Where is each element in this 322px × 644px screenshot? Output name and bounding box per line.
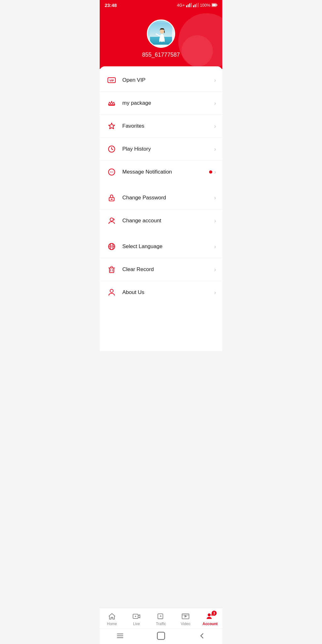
svg-rect-24 bbox=[111, 199, 113, 200]
change-account-item[interactable]: Change account › bbox=[100, 209, 222, 232]
chevron-icon: › bbox=[214, 289, 216, 296]
clock-icon bbox=[106, 143, 117, 155]
svg-point-20 bbox=[110, 172, 111, 172]
about-us-item[interactable]: About Us › bbox=[100, 281, 222, 304]
menu-container: VIP Open VIP › my package › bbox=[100, 66, 222, 351]
battery-icon bbox=[212, 3, 217, 7]
avatar[interactable] bbox=[147, 19, 175, 48]
notification-dot bbox=[209, 170, 212, 174]
svg-rect-3 bbox=[191, 3, 192, 7]
select-language-item[interactable]: Select Language › bbox=[100, 235, 222, 258]
message-icon bbox=[106, 166, 117, 178]
lock-icon bbox=[106, 192, 117, 203]
svg-rect-2 bbox=[189, 3, 190, 7]
open-vip-right: › bbox=[214, 77, 216, 84]
vip-section: VIP Open VIP › my package › bbox=[100, 69, 222, 183]
battery-level: 100% bbox=[200, 3, 210, 8]
svg-rect-6 bbox=[196, 3, 197, 7]
globe-icon bbox=[106, 241, 117, 252]
svg-rect-1 bbox=[188, 4, 189, 7]
chevron-icon: › bbox=[214, 243, 216, 250]
status-bar: 23:48 4G+ 100% bbox=[100, 0, 222, 10]
message-notification-item[interactable]: Message Notification › bbox=[100, 161, 222, 183]
svg-point-21 bbox=[111, 172, 112, 172]
svg-rect-0 bbox=[186, 5, 187, 7]
chevron-icon: › bbox=[214, 195, 216, 201]
account-section: Change Password › Change account › bbox=[100, 186, 222, 232]
chevron-icon: › bbox=[214, 77, 216, 84]
svg-rect-7 bbox=[198, 3, 199, 7]
signal2-icon bbox=[193, 3, 199, 7]
clear-record-item[interactable]: Clear Record › bbox=[100, 258, 222, 281]
clear-record-label: Clear Record bbox=[122, 266, 214, 273]
message-notification-right: › bbox=[209, 169, 216, 175]
svg-point-25 bbox=[110, 218, 113, 221]
favorites-item[interactable]: Favorites › bbox=[100, 115, 222, 138]
open-vip-item[interactable]: VIP Open VIP › bbox=[100, 69, 222, 92]
change-password-right: › bbox=[214, 195, 216, 201]
open-vip-label: Open VIP bbox=[122, 77, 214, 83]
change-account-right: › bbox=[214, 218, 216, 224]
svg-rect-4 bbox=[193, 5, 194, 7]
chevron-icon: › bbox=[214, 169, 216, 175]
network-indicator: 4G+ bbox=[177, 3, 185, 8]
svg-point-33 bbox=[110, 289, 113, 292]
trash-icon bbox=[106, 264, 117, 275]
my-package-right: › bbox=[214, 100, 216, 107]
chevron-icon: › bbox=[214, 146, 216, 153]
user-switch-icon bbox=[106, 215, 117, 226]
svg-point-22 bbox=[113, 172, 113, 172]
play-history-right: › bbox=[214, 146, 216, 153]
star-icon bbox=[106, 120, 117, 132]
crown-icon bbox=[106, 97, 117, 109]
signal-icon bbox=[186, 3, 192, 7]
change-account-label: Change account bbox=[122, 218, 214, 224]
about-us-right: › bbox=[214, 289, 216, 296]
change-password-label: Change Password bbox=[122, 195, 214, 201]
username: 855_61777587 bbox=[142, 52, 180, 58]
select-language-label: Select Language bbox=[122, 243, 214, 250]
favorites-right: › bbox=[214, 123, 216, 130]
change-password-item[interactable]: Change Password › bbox=[100, 186, 222, 209]
vip-icon: VIP bbox=[106, 75, 117, 86]
settings-section: Select Language › Clear Record › bbox=[100, 235, 222, 304]
favorites-label: Favorites bbox=[122, 123, 214, 129]
svg-rect-17 bbox=[108, 105, 115, 106]
my-package-item[interactable]: my package › bbox=[100, 92, 222, 115]
chevron-icon: › bbox=[214, 100, 216, 107]
play-history-item[interactable]: Play History › bbox=[100, 138, 222, 161]
svg-rect-10 bbox=[212, 4, 216, 6]
clear-record-right: › bbox=[214, 266, 216, 273]
svg-rect-5 bbox=[195, 4, 196, 7]
status-time: 23:48 bbox=[105, 3, 117, 8]
svg-rect-9 bbox=[217, 4, 217, 6]
chevron-icon: › bbox=[214, 218, 216, 224]
chevron-icon: › bbox=[214, 266, 216, 273]
select-language-right: › bbox=[214, 243, 216, 250]
my-package-label: my package bbox=[122, 100, 214, 106]
svg-text:VIP: VIP bbox=[109, 79, 114, 82]
play-history-label: Play History bbox=[122, 146, 214, 152]
svg-point-14 bbox=[160, 29, 164, 34]
person-info-icon bbox=[106, 287, 117, 298]
status-right: 4G+ 100% bbox=[177, 3, 217, 8]
svg-rect-29 bbox=[109, 268, 114, 273]
message-notification-label: Message Notification bbox=[122, 169, 209, 175]
chevron-icon: › bbox=[214, 123, 216, 130]
about-us-label: About Us bbox=[122, 289, 214, 296]
profile-header: 855_61777587 bbox=[100, 10, 222, 71]
